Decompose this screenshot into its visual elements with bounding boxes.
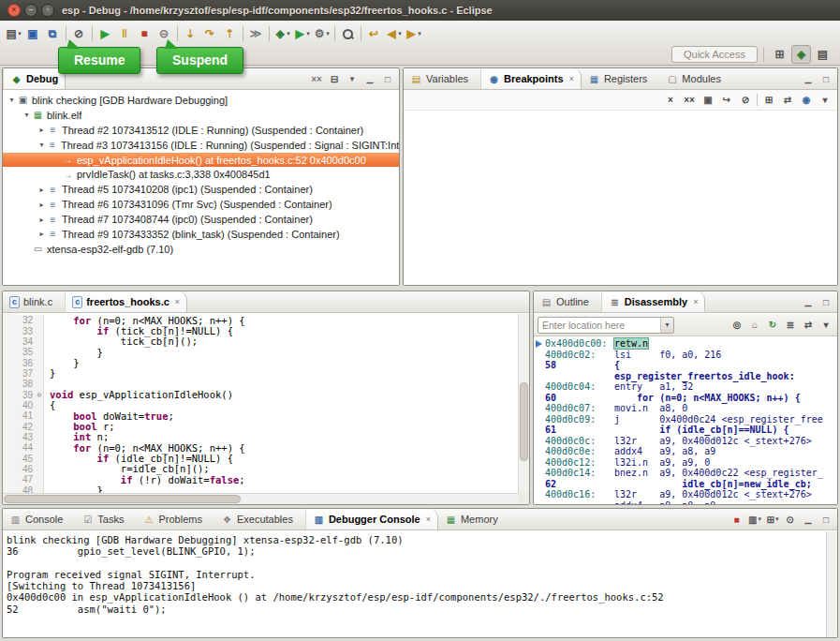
editor-vertical-scrollbar[interactable] [518,314,529,493]
view-tab[interactable]: Breakpoints × [480,68,582,89]
view-tab[interactable]: Outline [534,291,601,312]
close-tab-button[interactable]: × [426,514,431,524]
console-vertical-scrollbar[interactable] [826,531,837,637]
expander-icon[interactable]: ▾ [37,141,47,149]
fold-marker-icon[interactable] [36,357,44,367]
expander-icon[interactable]: ▸ [37,126,47,134]
disassembly-row[interactable]: 400d0c12: l32i.n a9, a9, 0 [534,457,837,469]
collapse-all-button[interactable]: ⊟ [327,71,342,86]
fold-marker-icon[interactable] [36,464,44,474]
link-with-debug-view-button[interactable]: ⇄ [780,93,795,108]
minimize-button[interactable] [801,71,816,86]
fold-marker-icon[interactable] [36,485,44,494]
fold-marker-icon[interactable] [36,368,44,379]
terminate-button[interactable]: ■ [135,24,155,43]
disassembly-row[interactable]: 400d0c07: movi.n a8, 0 [534,403,837,414]
debug-tree-row[interactable]: ▸ Thread #6 1073431096 (Tmr Svc) (Suspen… [3,197,399,212]
fold-marker-icon[interactable] [36,453,44,463]
maximize-button[interactable] [818,71,833,86]
fold-marker-icon[interactable] [36,347,44,357]
code-line[interactable]: 45 if (idle_cb[n]!=NULL) { [15,453,518,463]
open-perspective-button[interactable]: ⊞ [770,45,789,64]
back-button[interactable]: ◀▾ [384,24,404,43]
code-line[interactable]: 46 r=idle_cb[n](); [15,464,518,474]
debug-button[interactable]: ◈▾ [273,24,292,43]
view-tab[interactable]: Tasks [75,509,136,529]
step-over-button[interactable]: ↷ [200,24,220,43]
expander-icon[interactable]: ▾ [7,96,17,104]
disassembly-row[interactable]: esp_register_freertos_idle_hook: [534,371,837,382]
expander-icon[interactable]: ▸ [37,230,47,238]
forward-button[interactable]: ▶▾ [404,24,423,43]
view-menu-button[interactable] [345,71,360,86]
view-menu-button[interactable]: ▾ [818,93,833,108]
view-tab[interactable]: Executables [214,509,305,529]
disassembly-row[interactable]: 58 { [534,360,837,371]
fold-marker-icon[interactable] [36,421,44,431]
annotation-ruler[interactable] [3,314,15,493]
maximize-button[interactable] [818,512,833,527]
quick-access-button[interactable]: Quick Access [671,46,758,63]
minimize-button[interactable] [801,294,816,309]
disassembly-row[interactable]: 400d0c0c: l32r a9, 0x400d012c <_stext+27… [534,436,837,447]
fold-marker-icon[interactable] [36,325,44,335]
expander-icon[interactable]: ▸ [37,186,47,194]
view-tab[interactable]: Variables [404,68,480,89]
code-line[interactable]: 35 } [15,347,518,357]
close-tab-button[interactable]: × [693,297,698,306]
skip-all-breakpoints-button[interactable]: ⊘ [738,93,753,108]
external-tools-button[interactable]: ⚙▾ [312,24,332,43]
debug-tree-row[interactable]: ▸ Thread #9 1073433352 (blink_task) (Sus… [3,227,399,242]
debug-tree-row[interactable]: ▾ blink checking [GDB Hardware Debugging… [3,93,399,108]
fold-marker-icon[interactable] [36,379,44,389]
fold-marker-icon[interactable] [36,315,44,325]
remove-all-breakpoints-button[interactable]: ×× [682,93,697,108]
maximize-button[interactable] [818,294,833,309]
expander-icon[interactable]: ▸ [37,201,47,209]
disassembly-row[interactable]: 400d0c02: lsi f0, a0, 216 [534,350,837,361]
save-button[interactable]: ▣ [23,24,43,43]
debug-tree-row[interactable]: prvIdleTask() at tasks.c:3,338 0x400845d… [3,167,399,182]
debug-tree-row[interactable]: ▸ Thread #2 1073413512 (IDLE : Running) … [3,123,399,138]
debug-tree-row[interactable]: ▾ blink.elf [3,108,399,123]
disassembly-row[interactable]: 400d0c04: entry a1, 32 [534,381,837,393]
open-console-button[interactable]: ⊞▾ [765,512,780,527]
scrollbar-thumb[interactable] [4,495,241,503]
disassembly-row[interactable]: 400d0c0e: addx4 a9, a8, a9 [534,446,837,457]
last-edit-location-button[interactable]: ↩ [364,24,384,43]
fold-marker-icon[interactable] [36,432,44,442]
debug-tree-row[interactable]: ▾ Thread #3 1073413156 (IDLE : Running) … [3,138,399,153]
save-all-button[interactable]: ⧉ [43,24,63,43]
breakpoints-list-empty[interactable] [404,112,837,285]
editor-tab[interactable]: blink.c [3,291,65,312]
disassembly-row[interactable]: 400d0c14: bnez.n a9, 0x400d0c22 <esp_reg… [534,468,837,479]
debug-tree-row[interactable]: ▸ Thread #5 1073410208 (ipc1) (Suspended… [3,182,399,197]
suspend-button[interactable]: ‖ [115,24,135,43]
expander-icon[interactable]: ▾ [22,111,32,119]
chevron-down-icon[interactable] [660,318,673,333]
debug-tree-row[interactable]: xtensa-esp32-elf-gdb (7.10) [3,242,399,257]
view-tab[interactable]: Registers [582,68,659,89]
code-line[interactable]: 47 if (!r) doWait=false; [15,474,518,484]
resume-button[interactable]: ▶ [96,24,115,43]
code-line[interactable]: 40 { [15,400,518,410]
view-tab[interactable]: Problems [136,509,214,529]
add-breakpoint-button[interactable]: ◉ [799,93,814,108]
disassembly-row[interactable]: 61 if (idle_cb[n]==NULL) { [534,425,837,436]
close-tab-button[interactable]: × [569,74,574,83]
console-output[interactable]: blink checking [GDB Hardware Debugging] … [3,531,826,637]
window-minimize-button[interactable] [24,4,37,17]
debug-tree-row[interactable]: ▸ Thread #7 1073408744 (ipc0) (Suspended… [3,212,399,227]
refresh-button[interactable]: ↻ [765,318,780,333]
run-button[interactable]: ▶▾ [292,24,312,43]
fold-marker-icon[interactable] [36,410,44,421]
tab-debug[interactable]: Debug [3,68,66,89]
go-to-address-button[interactable]: ◎ [729,318,744,333]
show-breakpoints-for-selection-button[interactable]: ▣ [700,93,715,108]
remove-all-terminated-button[interactable]: ×× [309,71,324,86]
fold-marker-icon[interactable] [36,400,44,410]
code-line[interactable]: 34 tick_cb[n](); [15,336,518,347]
show-source-button[interactable]: ≣ [783,318,798,333]
step-return-button[interactable]: ⇡ [220,24,240,43]
disassembly-row[interactable]: 400d0c16: l32r a9, 0x400d012c <_stext+27… [534,489,837,500]
